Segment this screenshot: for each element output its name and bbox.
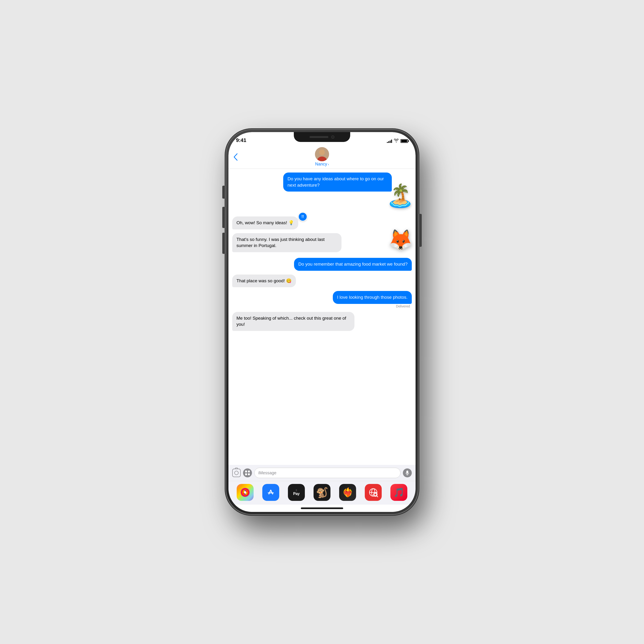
svg-rect-3: [245, 471, 247, 472]
microphone-button[interactable]: [403, 468, 412, 477]
fox-sticker: 🦊: [388, 230, 413, 250]
app-drawer:  Pay 🐒 ❤️‍🔥: [228, 481, 416, 505]
svg-rect-5: [245, 473, 247, 475]
svg-point-20: [244, 491, 246, 494]
home-indicator: [228, 505, 416, 512]
svg-rect-4: [248, 471, 250, 472]
phone-inner: 9:41: [228, 132, 416, 512]
drawer-appstore-button[interactable]: [262, 484, 279, 501]
drawer-animoji-button[interactable]: 🐒: [314, 484, 330, 501]
notch: [294, 132, 350, 142]
message-row: Me too! Speaking of which... check out t…: [232, 312, 412, 331]
drawer-music-button[interactable]: 🎵: [390, 484, 407, 501]
contact-name[interactable]: Nancy ›: [315, 162, 329, 167]
message-bubble[interactable]: That place was so good! 😋: [232, 275, 296, 287]
drawer-applepay-button[interactable]:  Pay: [288, 484, 305, 501]
drawer-search-button[interactable]: [365, 484, 382, 501]
volume-up-button[interactable]: [222, 207, 226, 228]
battery-icon: [401, 139, 408, 143]
drawer-redx-button[interactable]: ❤️‍🔥: [339, 484, 356, 501]
speaker: [310, 136, 328, 138]
message-bubble[interactable]: Do you have any ideas about where to go …: [283, 173, 392, 192]
signal-bars: [387, 139, 392, 143]
avatar[interactable]: [315, 147, 329, 161]
volume-down-button[interactable]: [222, 233, 226, 254]
camera-button[interactable]: [232, 469, 241, 477]
input-area: iMessage: [228, 465, 416, 481]
apps-button[interactable]: [243, 468, 252, 477]
delivered-label: Delivered: [396, 304, 412, 308]
message-bubble[interactable]: Do you remember that amazing food market…: [294, 258, 412, 271]
svg-rect-7: [406, 471, 408, 474]
message-row: That's so funny. I was just thinking abo…: [232, 233, 412, 252]
tapback-badge: !!: [298, 212, 307, 221]
message-row: Oh, wow! So many ideas! 💡 !!: [232, 216, 412, 229]
wifi-icon: [394, 139, 399, 143]
svg-line-25: [377, 496, 378, 497]
drawer-photos-button[interactable]: [237, 484, 254, 501]
power-button[interactable]: [418, 214, 422, 247]
front-camera: [331, 135, 334, 139]
message-bubble[interactable]: I love looking through those photos.: [333, 291, 412, 304]
nav-header: Nancy ›: [228, 145, 416, 169]
screen: 9:41: [228, 132, 416, 512]
messages-area[interactable]: Do you have any ideas about where to go …: [228, 169, 416, 465]
phone-device: 9:41: [226, 129, 418, 515]
status-icons: [387, 139, 408, 143]
message-row: That place was so good! 😋: [232, 275, 412, 287]
imessage-input[interactable]: iMessage: [254, 468, 401, 478]
message-row: Do you remember that amazing food market…: [232, 258, 412, 271]
home-bar: [301, 507, 343, 509]
island-sticker: 🏝️: [386, 185, 414, 207]
message-bubble[interactable]: That's so funny. I was just thinking abo…: [232, 233, 342, 252]
message-bubble[interactable]: Me too! Speaking of which... check out t…: [232, 312, 354, 331]
message-row: I love looking through those photos. Del…: [232, 291, 412, 308]
mute-button[interactable]: [222, 186, 226, 199]
back-button[interactable]: [233, 153, 238, 161]
contact-chevron: ›: [328, 162, 329, 166]
svg-point-1: [319, 149, 325, 155]
svg-rect-6: [248, 473, 250, 475]
message-row: Do you have any ideas about where to go …: [232, 173, 412, 192]
message-bubble[interactable]: Oh, wow! So many ideas! 💡 !!: [232, 216, 298, 229]
